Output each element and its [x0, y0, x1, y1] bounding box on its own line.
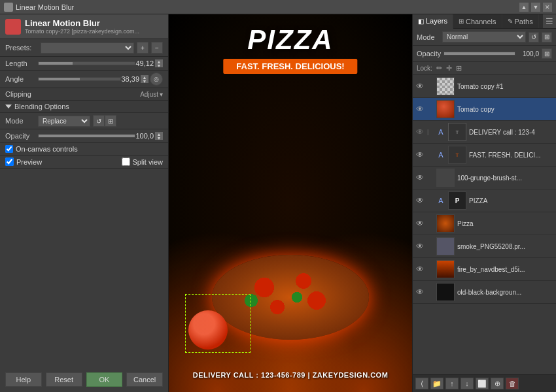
layers-mode-select[interactable]: Normal Multiply Screen: [442, 31, 526, 42]
layer-visibility-icon[interactable]: 👁: [415, 196, 425, 205]
length-spin-down[interactable]: ▼: [155, 63, 163, 67]
ok-button[interactable]: OK: [86, 372, 123, 387]
layer-visibility-icon[interactable]: 👁: [415, 105, 425, 114]
dialog-opacity-slider[interactable]: [38, 134, 135, 138]
presets-delete-button[interactable]: −: [151, 42, 163, 54]
layer-thumbnail: [436, 260, 455, 278]
window-title: Linear Motion Blur: [16, 3, 519, 11]
layers-mode-extra[interactable]: ⊞: [542, 32, 552, 42]
preview-checkbox[interactable]: [5, 157, 14, 166]
new-group-button[interactable]: 📁: [430, 378, 443, 389]
dialog-title-group: Linear Motion Blur Tomato copy-272 [pizz…: [25, 18, 163, 35]
help-button[interactable]: Help: [5, 372, 42, 387]
lock-position-icon[interactable]: ✛: [446, 64, 452, 73]
layer-visibility-icon[interactable]: 👁: [415, 82, 425, 91]
lock-label: Lock:: [417, 65, 432, 72]
minimize-button[interactable]: ▲: [519, 3, 529, 12]
angle-dial[interactable]: ◎: [150, 73, 163, 86]
layers-opacity-extra[interactable]: ⊞: [542, 48, 552, 59]
presets-label: Presets:: [5, 44, 38, 52]
layer-up-button[interactable]: ↑: [445, 378, 459, 389]
layer-chain-icon: |: [427, 129, 434, 135]
lock-pixel-icon[interactable]: ✏: [436, 64, 442, 73]
layers-opacity-slider[interactable]: [443, 52, 515, 56]
new-layer-copy-button[interactable]: ⬜: [476, 378, 489, 389]
canvas-image[interactable]: PIZZA FAST. FRESH. DELICIOUS! DELIVERY C…: [169, 14, 412, 392]
lock-all-icon[interactable]: ⊞: [456, 64, 462, 73]
layers-mode-reset[interactable]: ↺: [529, 32, 539, 42]
reset-button[interactable]: Reset: [46, 372, 82, 387]
channels-tab-icon: ⊞: [459, 18, 464, 25]
cancel-button[interactable]: Cancel: [126, 372, 163, 387]
tab-layers[interactable]: ◧ Layers: [413, 14, 453, 29]
pizza-title: PIZZA: [247, 24, 333, 56]
layer-item[interactable]: 👁 old-black-backgroun...: [413, 281, 556, 304]
layer-item[interactable]: 👁 Tomato copy #1: [413, 75, 556, 98]
layer-item[interactable]: 👁 | A T DELIVERY call : 123-4: [413, 121, 556, 144]
angle-label: Angle: [5, 75, 38, 83]
layer-visibility-icon[interactable]: 👁: [415, 242, 425, 251]
link-layers-button[interactable]: ⟨: [415, 378, 428, 389]
opacity-spin-down[interactable]: ▼: [155, 136, 163, 140]
dialog-button-row: Help Reset OK Cancel: [0, 367, 168, 392]
delete-layer-button[interactable]: 🗑: [506, 378, 519, 389]
layer-item[interactable]: 👁 Pizza: [413, 212, 556, 235]
layer-item[interactable]: 👁 smoke_PNG55208.pr...: [413, 235, 556, 258]
tab-paths[interactable]: ✎ Paths: [502, 14, 539, 28]
window-controls: ▲ ▼ ✕: [519, 3, 552, 12]
pizza-subtitle: FAST. FRESH. DELICIOUS!: [223, 59, 357, 74]
on-canvas-checkbox[interactable]: [5, 145, 13, 153]
presets-row: Presets: + −: [0, 39, 168, 57]
layer-item[interactable]: 👁 fire_by_navdbest_d5i...: [413, 258, 556, 281]
layer-visibility-icon[interactable]: 👁: [415, 150, 425, 159]
layer-type-text-icon: A: [436, 196, 445, 205]
layer-item[interactable]: 👁 Tomato copy: [413, 98, 556, 121]
mode-select[interactable]: Replace Normal Multiply: [38, 116, 90, 127]
new-layer-button[interactable]: ⊕: [491, 378, 504, 389]
on-canvas-label: On-canvas controls: [16, 145, 78, 153]
angle-slider[interactable]: [38, 77, 121, 81]
canvas-area: PIZZA FAST. FRESH. DELICIOUS! DELIVERY C…: [169, 14, 412, 392]
angle-value-text: 38,39: [121, 75, 139, 83]
presets-add-button[interactable]: +: [137, 42, 148, 54]
layer-name: Tomato copy #1: [457, 83, 553, 90]
dialog-opacity-slider-wrap: [38, 131, 135, 140]
clipping-section: Clipping Adjust ▾: [0, 88, 168, 101]
split-view-label: Split view: [133, 158, 163, 166]
layers-tabs: ◧ Layers ⊞ Channels ✎ Paths ☰: [413, 14, 556, 29]
layer-item[interactable]: 👁 A T FAST. FRESH. DELICI...: [413, 144, 556, 167]
dialog-icon: [5, 19, 21, 35]
presets-select[interactable]: [41, 42, 134, 54]
layer-visibility-icon[interactable]: 👁: [415, 287, 425, 297]
dialog-title: Linear Motion Blur: [25, 18, 163, 28]
layer-down-button[interactable]: ↓: [460, 378, 474, 389]
maximize-button[interactable]: ▼: [531, 3, 540, 12]
mode-extra-button[interactable]: ⊞: [105, 115, 116, 127]
angle-value: 38,39 ▲ ▼ ◎: [121, 73, 163, 86]
layers-opacity-row: Opacity 100,0 ⊞: [413, 46, 556, 62]
split-view-checkbox[interactable]: [122, 157, 130, 166]
on-canvas-row: On-canvas controls: [0, 143, 168, 155]
expand-icon: [5, 105, 12, 108]
mode-label: Mode: [5, 117, 38, 125]
length-slider[interactable]: [38, 61, 135, 65]
mode-row: Mode Replace Normal Multiply ↺ ⊞: [0, 113, 168, 129]
adjust-button[interactable]: Adjust ▾: [140, 91, 163, 98]
main-layout: Linear Motion Blur Tomato copy-272 [pizz…: [0, 14, 556, 392]
layer-visibility-icon[interactable]: 👁: [415, 127, 425, 137]
layer-visibility-icon[interactable]: 👁: [415, 173, 425, 182]
close-button[interactable]: ✕: [543, 3, 552, 12]
layer-item[interactable]: 👁 A P PIZZA: [413, 189, 556, 212]
layer-type-text-icon: A: [436, 127, 445, 137]
length-value-text: 49,12: [135, 59, 154, 67]
layers-tab-icon: ◧: [418, 18, 424, 25]
layer-visibility-icon[interactable]: 👁: [415, 219, 425, 228]
layer-name: old-black-backgroun...: [457, 289, 553, 296]
layer-visibility-icon[interactable]: 👁: [415, 265, 425, 274]
panel-menu-button[interactable]: ☰: [543, 14, 556, 28]
tab-channels[interactable]: ⊞ Channels: [453, 14, 502, 28]
mode-reset-button[interactable]: ↺: [93, 115, 105, 127]
layer-name: DELIVERY call : 123-4: [469, 129, 553, 136]
angle-spin-down[interactable]: ▼: [141, 79, 148, 83]
layer-item[interactable]: 👁 100-grunge-brush-st...: [413, 167, 556, 189]
